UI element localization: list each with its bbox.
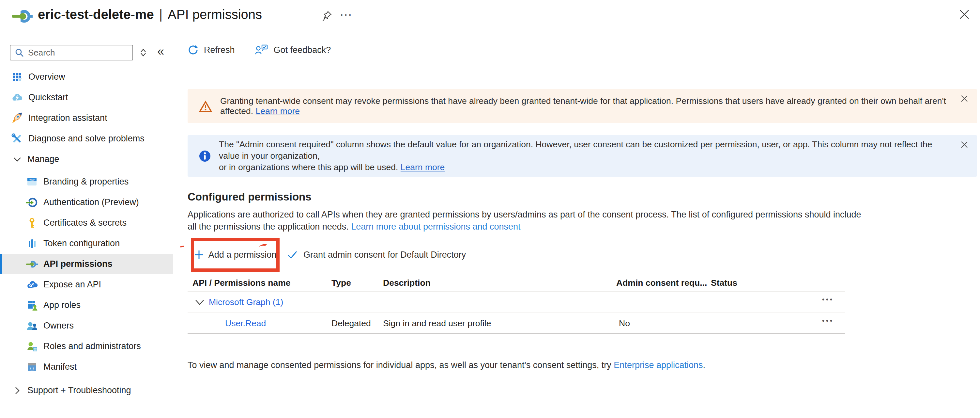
- refresh-icon: [188, 45, 199, 56]
- row-more-options-icon[interactable]: •••: [822, 317, 834, 325]
- sidebar-item-label: Integration assistant: [29, 113, 107, 123]
- sidebar-item-label: Overview: [29, 72, 65, 82]
- column-header-admin-consent-required[interactable]: Admin consent requ...: [616, 278, 707, 288]
- refresh-button[interactable]: Refresh: [188, 45, 235, 56]
- svg-text:{ }: { }: [30, 366, 33, 371]
- title-separator: |: [159, 7, 162, 22]
- info-icon: [199, 150, 211, 162]
- permission-name-link[interactable]: User.Read: [225, 318, 266, 329]
- table-bottom-rule: [188, 333, 845, 334]
- sidebar-item-label: Expose an API: [43, 279, 101, 290]
- column-header-description[interactable]: Description: [383, 278, 431, 288]
- authentication-icon: [26, 196, 38, 208]
- more-options-menu-icon[interactable]: …: [339, 4, 353, 19]
- warning-icon: [199, 100, 212, 112]
- chevron-down-icon: [13, 156, 22, 163]
- toolbar-divider: [245, 44, 245, 56]
- warning-text: Granting tenant-wide consent may revoke …: [220, 96, 948, 116]
- table-row-rule: [188, 313, 845, 313]
- collapse-sidebar-icon[interactable]: «: [157, 45, 164, 59]
- search-input[interactable]: [27, 47, 138, 58]
- integration-assistant-icon: [11, 112, 23, 124]
- permission-type-cell: Delegated: [331, 318, 371, 329]
- plus-icon: [194, 250, 204, 260]
- table-header-rule: [188, 291, 845, 292]
- microsoft-graph-link[interactable]: Microsoft Graph (1): [209, 297, 283, 307]
- annotation-tick-artifact: [180, 246, 184, 247]
- sort-order-icon[interactable]: [138, 48, 148, 57]
- add-permission-button[interactable]: Add a permission: [208, 250, 277, 260]
- roles-administrators-icon: [26, 341, 38, 353]
- sidebar-item-integration-assistant[interactable]: Integration assistant: [0, 108, 173, 128]
- section-label: Manage: [27, 154, 59, 164]
- close-blade-icon[interactable]: [958, 8, 970, 20]
- sidebar-nav: Overview Quickstart Integration assistan…: [0, 67, 173, 401]
- sidebar-item-branding[interactable]: www Branding & properties: [0, 171, 173, 192]
- sidebar-item-label: Quickstart: [29, 93, 68, 102]
- quickstart-icon: [11, 92, 23, 104]
- sidebar-item-expose-api[interactable]: Expose an API: [0, 274, 173, 295]
- dismiss-info-icon[interactable]: [960, 140, 969, 149]
- search-icon: [14, 48, 24, 57]
- feedback-icon: [255, 44, 269, 56]
- sidebar-item-certificates[interactable]: Certificates & secrets: [0, 212, 173, 233]
- toolbar-rule: [188, 64, 977, 64]
- diagnose-icon: [11, 133, 23, 145]
- group-chevron-down-icon[interactable]: [195, 299, 205, 306]
- group-more-options-icon[interactable]: •••: [822, 296, 834, 303]
- sidebar-item-label: Diagnose and solve problems: [29, 134, 145, 144]
- footer-note: To view and manage consented permissions…: [188, 360, 705, 370]
- sidebar-item-label: Branding & properties: [43, 177, 129, 187]
- feedback-button[interactable]: Got feedback?: [255, 44, 331, 56]
- blade-title: API permissions: [168, 7, 262, 22]
- sidebar-item-manifest[interactable]: { } Manifest: [0, 357, 173, 377]
- section-label: Support + Troubleshooting: [27, 385, 131, 396]
- expose-api-icon: [26, 279, 38, 290]
- app-registration-icon: [12, 8, 33, 24]
- pin-icon[interactable]: [322, 10, 332, 22]
- warning-banner: Granting tenant-wide consent may revoke …: [188, 89, 977, 123]
- chevron-right-icon: [13, 386, 22, 395]
- sidebar-item-label: Authentication (Preview): [43, 197, 139, 207]
- sidebar-item-diagnose[interactable]: Diagnose and solve problems: [0, 128, 173, 149]
- sidebar-section-support[interactable]: Support + Troubleshooting: [0, 380, 173, 401]
- admin-consent-required-cell: No: [619, 318, 630, 329]
- sidebar-item-quickstart[interactable]: Quickstart: [0, 87, 173, 108]
- sidebar-item-app-roles[interactable]: App roles: [0, 295, 173, 316]
- sidebar-item-label: Roles and administrators: [43, 341, 141, 351]
- sidebar-section-manage[interactable]: Manage: [0, 149, 173, 169]
- warning-learn-more-link[interactable]: Learn more: [256, 106, 300, 116]
- grant-admin-consent-button[interactable]: Grant admin consent for Default Director…: [287, 246, 466, 263]
- sidebar-item-token-configuration[interactable]: Token configuration: [0, 233, 173, 254]
- column-header-type[interactable]: Type: [331, 278, 351, 288]
- permission-description-cell: Sign in and read user profile: [383, 318, 491, 329]
- info-learn-more-link[interactable]: Learn more: [401, 162, 445, 172]
- sidebar-item-label: Owners: [43, 321, 74, 331]
- permissions-consent-link[interactable]: Learn more about permissions and consent: [351, 222, 520, 231]
- page-title: eric-test-delete-me|API permissions: [38, 7, 262, 22]
- app-name: eric-test-delete-me: [38, 7, 154, 22]
- sidebar-item-label: Certificates & secrets: [43, 218, 127, 228]
- check-icon: [287, 250, 298, 259]
- api-permissions-icon: [26, 258, 38, 270]
- dismiss-warning-icon[interactable]: [960, 94, 969, 103]
- sidebar-item-authentication[interactable]: Authentication (Preview): [0, 192, 173, 212]
- configured-permissions-description: Applications are authorized to call APIs…: [188, 209, 861, 233]
- app-roles-icon: [26, 300, 38, 311]
- sidebar-search[interactable]: [10, 45, 133, 61]
- column-header-api-permissions-name[interactable]: API / Permissions name: [192, 278, 290, 288]
- sidebar-item-roles-administrators[interactable]: Roles and administrators: [0, 336, 173, 357]
- enterprise-applications-link[interactable]: Enterprise applications: [614, 360, 703, 370]
- owners-icon: [26, 320, 38, 332]
- sidebar-item-overview[interactable]: Overview: [0, 67, 173, 87]
- column-header-status[interactable]: Status: [711, 278, 737, 288]
- grant-admin-consent-label: Grant admin consent for Default Director…: [303, 250, 466, 260]
- overview-icon: [11, 71, 23, 83]
- sidebar-item-label: API permissions: [43, 259, 113, 269]
- refresh-label: Refresh: [204, 45, 235, 55]
- sidebar-item-label: Manifest: [43, 362, 77, 372]
- sidebar-item-owners[interactable]: Owners: [0, 316, 173, 336]
- sidebar-item-label: App roles: [43, 300, 81, 310]
- feedback-label: Got feedback?: [274, 45, 331, 55]
- sidebar-item-api-permissions[interactable]: API permissions: [0, 254, 173, 274]
